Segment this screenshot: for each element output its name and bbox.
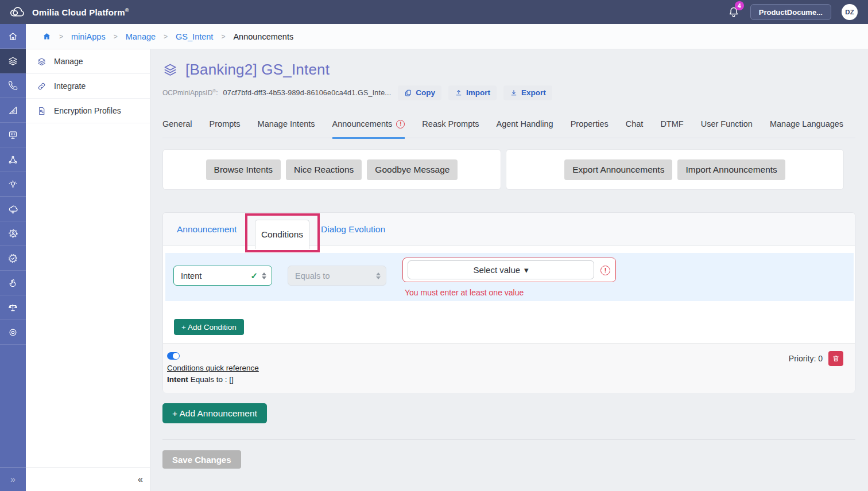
add-condition-button[interactable]: + Add Condition [174, 319, 244, 335]
document-key-icon [37, 106, 46, 116]
caret-down-icon: ▾ [524, 265, 529, 275]
valid-check-icon: ✓ [250, 271, 258, 281]
cloud-icon [7, 204, 18, 215]
announcement-editor-card: Announcement Dialog Evolution Conditions… [162, 212, 855, 392]
divider [162, 439, 855, 440]
sidebar-item-label: Integrate [54, 81, 86, 91]
tab-agent-handling[interactable]: Agent Handling [496, 118, 553, 138]
condition-operator-select[interactable]: Equals to [288, 266, 386, 286]
rail-item-design[interactable] [0, 98, 26, 123]
rail-item-verification[interactable] [0, 246, 26, 271]
miniapp-tabs: General Prompts Manage Intents Announcem… [162, 118, 855, 138]
breadcrumb: > miniApps > Manage > GS_Intent > Announ… [26, 24, 868, 49]
hand-gesture-icon [7, 278, 18, 289]
icon-rail-sidebar: » [0, 24, 26, 491]
sidebar-item-label: Manage [54, 57, 83, 66]
editor-tab-announcement[interactable]: Announcement [177, 213, 237, 246]
breadcrumb-miniapps-link[interactable]: miniApps [71, 32, 106, 41]
sidebar-item-encryption-profiles[interactable]: Encryption Profiles [26, 99, 150, 123]
secondary-sidebar: Manage Integrate Encryption Profiles « [26, 49, 150, 491]
brand-title: Omilia Cloud Platform® [32, 7, 129, 17]
trash-icon [832, 354, 840, 363]
delete-announcement-button[interactable] [828, 351, 843, 366]
tab-manage-intents[interactable]: Manage Intents [258, 118, 315, 138]
import-announcements-button[interactable]: Import Announcements [677, 159, 785, 180]
rail-item-records[interactable] [0, 320, 26, 345]
tab-chat[interactable]: Chat [626, 118, 644, 138]
copy-button[interactable]: Copy [398, 85, 441, 100]
editor-tab-dialog-evolution[interactable]: Dialog Evolution [321, 213, 385, 246]
scales-icon [7, 302, 18, 313]
rail-item-miniapps[interactable] [0, 49, 26, 73]
sidebar-collapse-button[interactable]: « [26, 467, 150, 491]
condition-field-select[interactable]: Intent ✓ [173, 266, 272, 286]
import-button[interactable]: Import [448, 85, 497, 100]
editor-tab-conditions-active[interactable]: Conditions [255, 220, 309, 249]
rail-item-gestures[interactable] [0, 271, 26, 295]
export-announcements-button[interactable]: Export Announcements [564, 159, 672, 180]
topbar: Omilia Cloud Platform® 4 ProductDocume..… [0, 0, 868, 24]
select-arrows-icon [376, 272, 381, 279]
tab-manage-languages[interactable]: Manage Languages [770, 118, 843, 138]
tab-announcements[interactable]: Announcements ! [332, 118, 405, 138]
breadcrumb-home-icon[interactable] [42, 32, 51, 41]
set-square-icon [7, 105, 18, 116]
upload-arrow-icon [455, 89, 463, 97]
notifications-button[interactable]: 4 [727, 6, 740, 18]
tab-properties[interactable]: Properties [571, 118, 609, 138]
app-id-label: OCPminiAppsID®: [162, 88, 218, 97]
network-nodes-icon [7, 154, 18, 165]
condition-summary: IntentEquals to : [] [167, 375, 855, 384]
save-changes-button[interactable]: Save Changes [162, 450, 241, 469]
condition-value-field: Select value ▾ ! [402, 258, 616, 282]
tab-user-function[interactable]: User Function [701, 118, 753, 138]
tab-reask-prompts[interactable]: Reask Prompts [422, 118, 479, 138]
copy-icon [404, 89, 412, 97]
rail-item-telephony[interactable] [0, 73, 26, 98]
expand-chevrons-icon: » [10, 474, 16, 485]
add-announcement-button[interactable]: + Add Announcement [162, 403, 267, 423]
intents-panel: Browse Intents Nice Reactions Goodbye Me… [162, 149, 501, 190]
rail-item-compliance[interactable] [0, 295, 26, 320]
select-arrows-icon [262, 272, 266, 279]
layers-icon [162, 62, 178, 77]
page-header: [Banking2] GS_Intent [162, 61, 330, 79]
main-content: [Banking2] GS_Intent OCPminiAppsID®: 07c… [150, 49, 868, 491]
account-org-button[interactable]: ProductDocume... [750, 4, 831, 20]
conditions-quick-reference-link[interactable]: Conditions quick reference [167, 364, 259, 372]
notification-count-badge: 4 [735, 1, 744, 10]
tab-general[interactable]: General [162, 118, 192, 138]
target-circle-icon [7, 327, 18, 338]
tab-prompts[interactable]: Prompts [210, 118, 241, 138]
download-arrow-icon [510, 89, 518, 97]
collapse-chevrons-icon: « [138, 474, 143, 485]
gear-user-icon [7, 228, 19, 239]
select-value-dropdown[interactable]: Select value ▾ [408, 260, 594, 279]
link-chain-icon [37, 81, 46, 91]
rail-item-admin[interactable] [0, 221, 26, 246]
ocp-logo-cloud-icon [8, 6, 26, 18]
rail-item-network[interactable] [0, 147, 26, 172]
priority-label: Priority: 0 [789, 354, 823, 363]
sidebar-item-manage[interactable]: Manage [26, 49, 150, 74]
breadcrumb-gs-intent-link[interactable]: GS_Intent [176, 32, 213, 41]
announcements-actions-panel: Export Announcements Import Announcement… [506, 149, 844, 190]
breadcrumb-manage-link[interactable]: Manage [126, 32, 156, 41]
condition-row: Intent ✓ Equals to Select value ▾ ! You … [165, 253, 854, 301]
rail-item-insights[interactable] [0, 172, 26, 197]
export-button[interactable]: Export [503, 85, 552, 100]
sidebar-item-integrate[interactable]: Integrate [26, 74, 150, 99]
rail-item-dialogs[interactable] [0, 123, 26, 147]
breadcrumb-current: Announcements [233, 32, 293, 41]
rail-item-home[interactable] [0, 24, 26, 49]
home-icon [7, 31, 18, 42]
goodbye-message-button[interactable]: Goodbye Message [367, 159, 458, 180]
kiosk-display-icon [7, 130, 18, 141]
quick-reference-toggle[interactable] [167, 352, 180, 360]
rail-item-cloud-services[interactable] [0, 197, 26, 221]
nice-reactions-button[interactable]: Nice Reactions [286, 159, 362, 180]
browse-intents-button[interactable]: Browse Intents [206, 159, 281, 180]
rail-expand-button[interactable]: » [0, 467, 26, 491]
user-avatar[interactable]: DZ [842, 4, 858, 20]
tab-dtmf[interactable]: DTMF [660, 118, 683, 138]
